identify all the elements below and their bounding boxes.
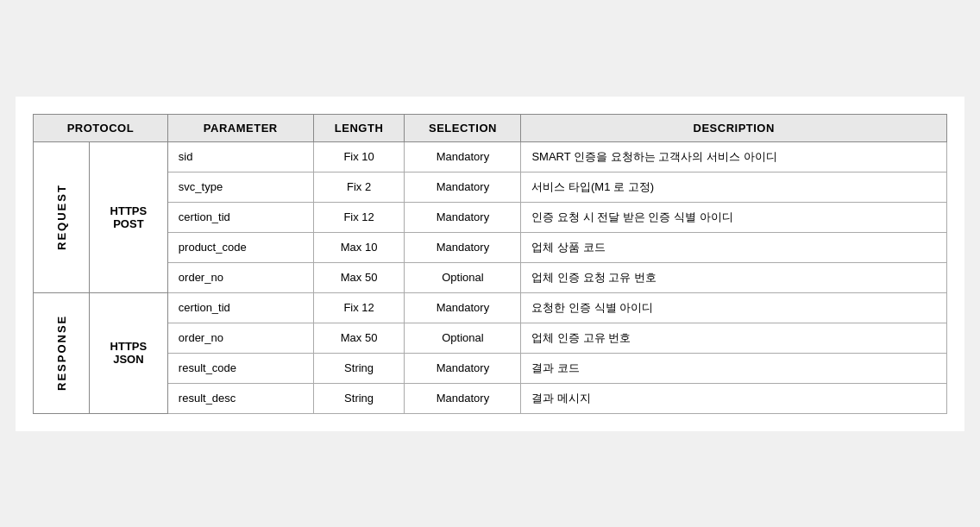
- request-method-cell: HTTPS POST: [89, 141, 167, 292]
- selection-cell: Optional: [405, 262, 521, 292]
- table-row: product_code: [167, 232, 313, 262]
- table-row: result_desc: [167, 383, 313, 413]
- header-parameter: PARAMETER: [167, 114, 313, 141]
- selection-cell: Optional: [405, 323, 521, 353]
- length-cell: Fix 2: [313, 172, 405, 202]
- length-cell: Max 50: [313, 323, 405, 353]
- length-cell: Fix 12: [313, 202, 405, 232]
- header-description: DESCRIPTION: [521, 114, 947, 141]
- length-cell: String: [313, 353, 405, 383]
- length-cell: Fix 12: [313, 292, 405, 323]
- table-row: svc_type: [167, 172, 313, 202]
- response-method-cell: HTTPS JSON: [89, 292, 167, 413]
- header-protocol: PROTOCOL: [34, 114, 168, 141]
- description-cell: 결과 코드: [521, 353, 947, 383]
- description-cell: SMART 인증을 요청하는 고객사의 서비스 아이디: [521, 141, 947, 172]
- selection-cell: Mandatory: [405, 383, 521, 413]
- response-protocol-cell: RESPONSE: [34, 292, 90, 413]
- selection-cell: Mandatory: [405, 172, 521, 202]
- header-selection: SELECTION: [405, 114, 521, 141]
- length-cell: String: [313, 383, 405, 413]
- table-row: certion_tid: [167, 292, 313, 323]
- table-row: order_no: [167, 262, 313, 292]
- description-cell: 업체 인증 고유 번호: [521, 323, 947, 353]
- api-table: PROTOCOL PARAMETER LENGTH SELECTION DESC…: [33, 114, 947, 414]
- table-row: certion_tid: [167, 202, 313, 232]
- selection-cell: Mandatory: [405, 141, 521, 172]
- description-cell: 업체 상품 코드: [521, 232, 947, 262]
- description-cell: 요청한 인증 식별 아이디: [521, 292, 947, 323]
- description-cell: 업체 인증 요청 고유 번호: [521, 262, 947, 292]
- description-cell: 인증 요청 시 전달 받은 인증 식별 아이디: [521, 202, 947, 232]
- table-container: PROTOCOL PARAMETER LENGTH SELECTION DESC…: [16, 97, 964, 431]
- header-length: LENGTH: [313, 114, 405, 141]
- selection-cell: Mandatory: [405, 202, 521, 232]
- table-row: order_no: [167, 323, 313, 353]
- length-cell: Fix 10: [313, 141, 405, 172]
- length-cell: Max 50: [313, 262, 405, 292]
- table-row: result_code: [167, 353, 313, 383]
- selection-cell: Mandatory: [405, 232, 521, 262]
- description-cell: 결과 메시지: [521, 383, 947, 413]
- request-protocol-cell: REQUEST: [34, 141, 90, 292]
- description-cell: 서비스 타입(M1 로 고정): [521, 172, 947, 202]
- table-row: sid: [167, 141, 313, 172]
- length-cell: Max 10: [313, 232, 405, 262]
- selection-cell: Mandatory: [405, 353, 521, 383]
- selection-cell: Mandatory: [405, 292, 521, 323]
